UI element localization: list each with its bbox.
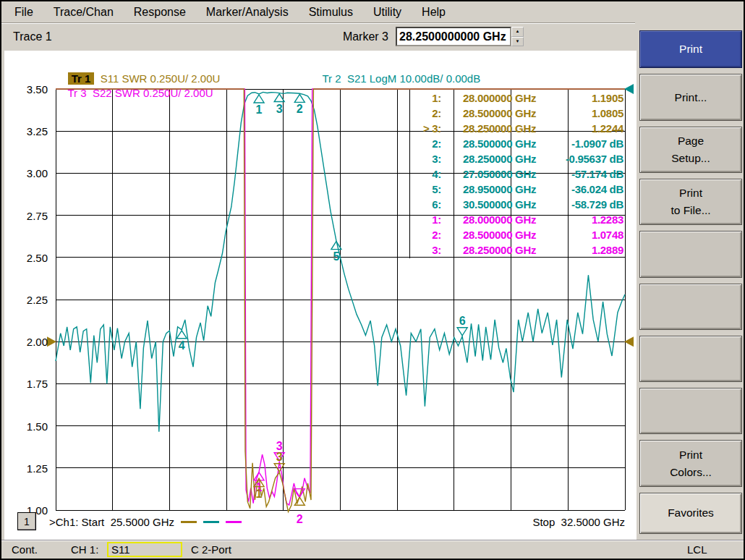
channel-number-box: 1 bbox=[17, 512, 36, 530]
softkey-label: Print bbox=[679, 446, 702, 464]
marker-readout-num: 1: bbox=[408, 92, 441, 104]
trace2-color-key bbox=[203, 521, 219, 523]
tr1-reference-pointer-left bbox=[47, 336, 56, 347]
legend-trace3[interactable]: Tr 3 S22 SWR 0.250U/ 2.00U bbox=[56, 75, 213, 111]
legend-gap bbox=[87, 87, 93, 99]
marker-readout-freq: 30.500000 GHz bbox=[441, 198, 538, 211]
start-frequency-label: >Ch1: Start 25.5000 GHz bbox=[49, 516, 174, 528]
softkey-panel: PrintPrint...PageSetup...Printto File...… bbox=[638, 27, 745, 540]
marker-readout-freq: 28.250000 GHz bbox=[441, 153, 538, 165]
stepper-down-button[interactable]: ▼ bbox=[511, 37, 524, 47]
marker-3-label: 3 bbox=[276, 451, 283, 463]
softkey-blank-4[interactable] bbox=[639, 231, 742, 277]
marker-readout-val: 1.0748 bbox=[538, 229, 623, 241]
softkey-print[interactable]: Print bbox=[639, 30, 742, 68]
marker-readout-num: 5: bbox=[408, 183, 441, 195]
marker-readout-freq: 28.950000 GHz bbox=[441, 183, 538, 195]
softkey-print-to-file-[interactable]: Printto File... bbox=[639, 179, 742, 225]
active-measurement-box: S11 bbox=[107, 542, 182, 557]
stimulus-row: >Ch1: Start 25.5000 GHz bbox=[49, 516, 242, 528]
marker-label: Marker 3 bbox=[343, 30, 388, 43]
marker-readout-freq: 28.250000 GHz bbox=[441, 122, 538, 135]
trace3-id[interactable]: Tr 3 bbox=[67, 87, 86, 99]
softkey-label: Favorites bbox=[668, 504, 714, 522]
channel-status-label: CH 1: bbox=[71, 543, 98, 556]
marker-4-triangle bbox=[176, 331, 187, 339]
marker-readout-row: 2:28.500000 GHz-1.0907 dB bbox=[408, 136, 623, 151]
marker-2-label: 2 bbox=[297, 513, 303, 525]
marker-readout-freq: 28.000000 GHz bbox=[441, 213, 538, 226]
y-axis-tick-label: 2.75 bbox=[1, 210, 48, 222]
marker-readout-val: -57.174 dB bbox=[538, 168, 623, 180]
menu-item-trace-chan[interactable]: Trace/Chan bbox=[43, 3, 124, 22]
marker-readout-freq: 28.250000 GHz bbox=[441, 244, 538, 256]
marker-readout-val: -36.024 dB bbox=[538, 183, 623, 195]
legend-gap bbox=[341, 72, 347, 85]
trace2-id[interactable]: Tr 2 bbox=[322, 72, 341, 85]
marker-readout-freq: 28.500000 GHz bbox=[441, 107, 538, 119]
y-axis-tick-label: 3.00 bbox=[1, 167, 48, 179]
softkey-blank-6[interactable] bbox=[639, 336, 742, 382]
softkey-favorites[interactable]: Favorites bbox=[639, 493, 742, 534]
menu-item-file[interactable]: File bbox=[4, 3, 43, 22]
marker-readout-val: -0.95637 dB bbox=[538, 153, 623, 165]
tr1-reference-pointer-right bbox=[624, 336, 634, 347]
softkey-label: Print bbox=[679, 41, 702, 58]
menu-item-response[interactable]: Response bbox=[124, 3, 196, 22]
softkey-print-[interactable]: Print... bbox=[639, 74, 742, 120]
marker-readout-val: -58.729 dB bbox=[538, 198, 623, 211]
softkey-label: to File... bbox=[670, 202, 710, 219]
marker-readout-val: 1.2283 bbox=[538, 213, 623, 226]
marker-2-label: 2 bbox=[297, 103, 303, 115]
softkey-blank-5[interactable] bbox=[639, 284, 742, 330]
marker-3-triangle bbox=[274, 94, 284, 102]
y-axis-tick-label: 2.50 bbox=[1, 252, 48, 264]
marker-readout-row: > 3:28.250000 GHz1.2244 bbox=[408, 121, 623, 136]
marker-readout-row: 4:27.050000 GHz-57.174 dB bbox=[408, 166, 623, 182]
stepper-up-button[interactable]: ▲ bbox=[511, 27, 524, 37]
marker-readout-row: 3:28.250000 GHz1.2889 bbox=[408, 242, 623, 258]
menu-item-utility[interactable]: Utility bbox=[363, 3, 412, 22]
softkey-label: Print... bbox=[675, 89, 707, 106]
marker-readout-num: 1: bbox=[408, 213, 441, 226]
softkey-page-setup-[interactable]: PageSetup... bbox=[639, 127, 742, 173]
marker-readout-row: 6:30.500000 GHz-58.729 dB bbox=[408, 197, 623, 212]
marker-readout-row: 5:28.950000 GHz-36.024 dB bbox=[408, 182, 623, 197]
marker-readout-row: 3:28.250000 GHz-0.95637 dB bbox=[408, 151, 623, 166]
marker-6-label: 6 bbox=[459, 315, 466, 327]
tr2-reference-pointer-right bbox=[624, 84, 634, 94]
marker-frequency-stepper: ▲ ▼ bbox=[511, 27, 524, 46]
trace3-format-text: S22 SWR 0.250U/ 2.00U bbox=[93, 87, 213, 99]
calibration-status: C 2-Port bbox=[191, 543, 231, 556]
vna-application-window: FileTrace/ChanResponseMarker/AnalysisSti… bbox=[0, 0, 745, 560]
menu-item-marker-analysis[interactable]: Marker/Analysis bbox=[196, 3, 299, 22]
trace3-color-key bbox=[226, 521, 242, 523]
y-axis-tick-label: 2.25 bbox=[1, 294, 48, 306]
marker-readout-val: 1.0805 bbox=[538, 107, 623, 119]
marker-readout-row: 1:28.000000 GHz1.2283 bbox=[408, 212, 623, 227]
trace1-color-key bbox=[181, 521, 197, 523]
softkey-blank-7[interactable] bbox=[639, 388, 742, 434]
trace2-format-text: S21 LogM 10.00dB/ 0.00dB bbox=[347, 72, 480, 85]
marker-frequency-input[interactable] bbox=[396, 27, 511, 46]
marker-readout-row: 2:28.500000 GHz1.0805 bbox=[408, 106, 623, 121]
marker-readout-val: 1.2244 bbox=[538, 122, 623, 135]
marker-3-label: 3 bbox=[276, 103, 283, 115]
marker-1-label: 1 bbox=[256, 103, 263, 116]
marker-readout-freq: 27.050000 GHz bbox=[441, 168, 538, 180]
y-axis-tick-label: 3.50 bbox=[1, 83, 48, 96]
remote-local-status: LCL bbox=[687, 543, 707, 556]
menu-item-help[interactable]: Help bbox=[412, 3, 456, 22]
marker-readout-num: 2: bbox=[408, 137, 441, 150]
marker-readout-num: 6: bbox=[408, 198, 441, 211]
menu-item-stimulus[interactable]: Stimulus bbox=[299, 3, 363, 22]
softkey-label: Setup... bbox=[671, 150, 710, 167]
marker-1-label: 1 bbox=[256, 488, 263, 500]
y-axis-tick-label: 1.50 bbox=[1, 420, 48, 433]
marker-readout-row: 2:28.500000 GHz1.0748 bbox=[408, 227, 623, 242]
marker-readout-val: -1.0907 dB bbox=[538, 137, 623, 150]
y-axis-tick-label: 3.25 bbox=[1, 125, 48, 137]
softkey-print-colors-[interactable]: PrintColors... bbox=[639, 440, 742, 486]
trace-title: Trace 1 bbox=[13, 30, 52, 43]
marker-readout-num: 2: bbox=[408, 107, 441, 119]
